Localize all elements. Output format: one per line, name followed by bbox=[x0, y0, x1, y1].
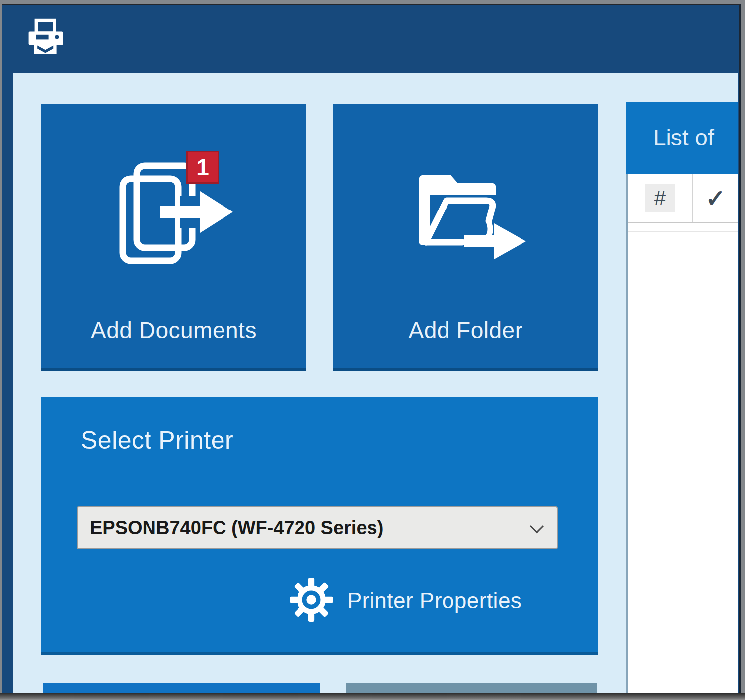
add-documents-label: Add Documents bbox=[41, 317, 306, 344]
number-column-label: # bbox=[645, 184, 675, 212]
chevron-down-icon bbox=[530, 519, 544, 533]
add-documents-tile[interactable]: 1 Add Documents bbox=[41, 104, 306, 371]
select-printer-section: Select Printer EPSONB740FC (WF-4720 Seri… bbox=[41, 397, 598, 655]
printer-select[interactable]: EPSONB740FC (WF-4720 Series) bbox=[77, 506, 558, 549]
column-header-check[interactable]: ✓ bbox=[693, 174, 738, 222]
table-header-row: # ✓ bbox=[628, 174, 738, 223]
table-subheader-row bbox=[628, 223, 738, 232]
partial-tile-gray[interactable] bbox=[346, 683, 597, 693]
app-window: 1 Add Documents Add Folder List of # bbox=[0, 0, 745, 700]
badge-count: 1 bbox=[186, 151, 219, 184]
document-list-panel: List of # ✓ bbox=[626, 102, 738, 693]
window-right-border bbox=[739, 4, 741, 695]
add-documents-icon: 1 bbox=[112, 150, 236, 274]
printer-properties-label: Printer Properties bbox=[347, 588, 522, 613]
printer-properties-button[interactable]: Printer Properties bbox=[290, 577, 522, 625]
add-folder-icon bbox=[404, 150, 528, 274]
gear-icon bbox=[290, 578, 333, 624]
select-printer-title: Select Printer bbox=[81, 426, 233, 455]
add-folder-label: Add Folder bbox=[333, 317, 598, 344]
add-folder-tile[interactable]: Add Folder bbox=[333, 104, 598, 371]
window-bottom-border bbox=[0, 693, 745, 700]
printer-icon bbox=[26, 18, 66, 59]
document-table: # ✓ bbox=[626, 174, 738, 693]
partial-tile-blue[interactable] bbox=[43, 683, 320, 693]
printer-select-value: EPSONB740FC (WF-4720 Series) bbox=[90, 507, 517, 548]
document-list-header: List of bbox=[626, 102, 738, 174]
check-icon: ✓ bbox=[705, 184, 725, 212]
column-header-number[interactable]: # bbox=[628, 174, 693, 222]
